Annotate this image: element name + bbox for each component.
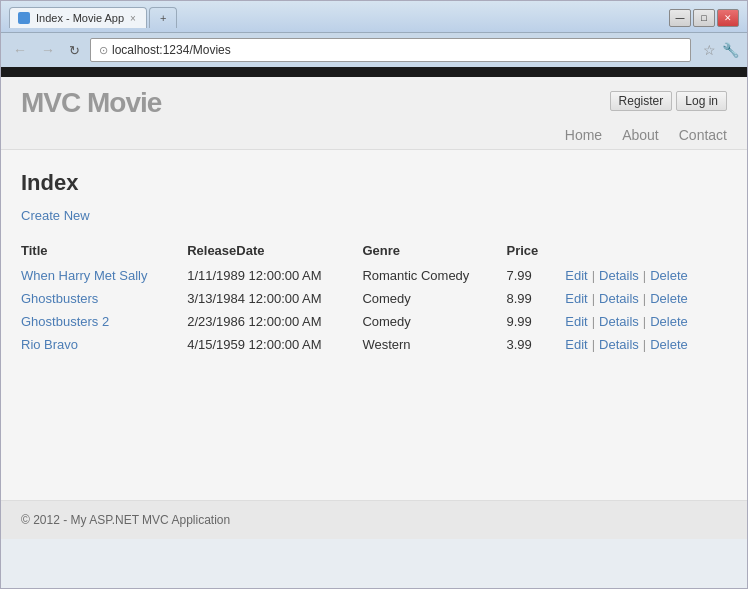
- details-link[interactable]: Details: [599, 314, 639, 329]
- new-tab-button[interactable]: +: [149, 7, 177, 28]
- table-row: When Harry Met Sally 1/11/1989 12:00:00 …: [21, 264, 727, 287]
- details-link[interactable]: Details: [599, 337, 639, 352]
- separator: |: [592, 337, 595, 352]
- edit-link[interactable]: Edit: [565, 268, 587, 283]
- table-row: Rio Bravo 4/15/1959 12:00:00 AM Western …: [21, 333, 727, 356]
- minimize-button[interactable]: —: [669, 9, 691, 27]
- col-title: Title: [21, 237, 187, 264]
- movie-genre-cell: Western: [362, 333, 506, 356]
- movie-price-cell: 7.99: [506, 264, 565, 287]
- movie-actions-cell: Edit | Details | Delete: [565, 333, 727, 356]
- movie-release-cell: 2/23/1986 12:00:00 AM: [187, 310, 362, 333]
- nav-home-link[interactable]: Home: [565, 127, 602, 143]
- address-input-wrapper[interactable]: ⊙ localhost:1234/Movies: [90, 38, 691, 62]
- movie-release-cell: 1/11/1989 12:00:00 AM: [187, 264, 362, 287]
- restore-button[interactable]: □: [693, 9, 715, 27]
- login-button[interactable]: Log in: [676, 91, 727, 111]
- browser-tab[interactable]: Index - Movie App ×: [9, 7, 147, 28]
- movie-price-cell: 8.99: [506, 287, 565, 310]
- separator: |: [643, 337, 646, 352]
- movie-price-cell: 3.99: [506, 333, 565, 356]
- separator: |: [592, 314, 595, 329]
- delete-link[interactable]: Delete: [650, 337, 688, 352]
- footer-copyright: © 2012 - My ASP.NET MVC Application: [21, 513, 230, 527]
- movie-title-cell: Rio Bravo: [21, 333, 187, 356]
- address-bar: ← → ↻ ⊙ localhost:1234/Movies ☆ 🔧: [1, 33, 747, 69]
- close-button[interactable]: ✕: [717, 9, 739, 27]
- movie-genre-cell: Comedy: [362, 310, 506, 333]
- movie-release-cell: 4/15/1959 12:00:00 AM: [187, 333, 362, 356]
- movies-table: Title ReleaseDate Genre Price When Harry…: [21, 237, 727, 356]
- back-icon: ←: [13, 42, 27, 58]
- refresh-icon: ↻: [69, 43, 80, 58]
- details-link[interactable]: Details: [599, 268, 639, 283]
- col-release-date: ReleaseDate: [187, 237, 362, 264]
- edit-link[interactable]: Edit: [565, 337, 587, 352]
- movie-title-link[interactable]: Ghostbusters 2: [21, 314, 109, 329]
- register-button[interactable]: Register: [610, 91, 673, 111]
- main-content: Index Create New Title ReleaseDate Genre…: [1, 150, 747, 500]
- separator: |: [643, 314, 646, 329]
- header-buttons: Register Log in: [610, 91, 727, 111]
- separator: |: [643, 291, 646, 306]
- page-title: Index: [21, 170, 727, 196]
- edit-link[interactable]: Edit: [565, 314, 587, 329]
- delete-link[interactable]: Delete: [650, 314, 688, 329]
- delete-link[interactable]: Delete: [650, 291, 688, 306]
- details-link[interactable]: Details: [599, 291, 639, 306]
- location-icon: ⊙: [99, 44, 108, 57]
- header-top: MVC Movie Register Log in: [21, 87, 727, 119]
- delete-link[interactable]: Delete: [650, 268, 688, 283]
- edit-link[interactable]: Edit: [565, 291, 587, 306]
- movie-title-link[interactable]: Ghostbusters: [21, 291, 98, 306]
- browser-titlebar: Index - Movie App × + — □ ✕: [1, 1, 747, 33]
- movie-title-cell: When Harry Met Sally: [21, 264, 187, 287]
- tab-bar: Index - Movie App × +: [9, 7, 177, 28]
- site-footer: © 2012 - My ASP.NET MVC Application: [1, 500, 747, 539]
- movie-title-link[interactable]: When Harry Met Sally: [21, 268, 147, 283]
- back-button[interactable]: ←: [9, 40, 31, 60]
- tools-icon[interactable]: 🔧: [722, 42, 739, 58]
- table-row: Ghostbusters 2 2/23/1986 12:00:00 AM Com…: [21, 310, 727, 333]
- black-banner: [1, 69, 747, 77]
- movie-title-link[interactable]: Rio Bravo: [21, 337, 78, 352]
- nav-about-link[interactable]: About: [622, 127, 659, 143]
- movie-genre-cell: Comedy: [362, 287, 506, 310]
- movie-genre-cell: Romantic Comedy: [362, 264, 506, 287]
- tab-title: Index - Movie App: [36, 12, 124, 24]
- forward-button[interactable]: →: [37, 40, 59, 60]
- create-new-link[interactable]: Create New: [21, 208, 90, 223]
- separator: |: [643, 268, 646, 283]
- table-row: Ghostbusters 3/13/1984 12:00:00 AM Comed…: [21, 287, 727, 310]
- forward-icon: →: [41, 42, 55, 58]
- separator: |: [592, 268, 595, 283]
- window-controls: — □ ✕: [669, 9, 739, 27]
- movie-actions-cell: Edit | Details | Delete: [565, 264, 727, 287]
- movie-actions-cell: Edit | Details | Delete: [565, 310, 727, 333]
- nav-menu: Home About Contact: [21, 119, 727, 149]
- movie-price-cell: 9.99: [506, 310, 565, 333]
- movie-release-cell: 3/13/1984 12:00:00 AM: [187, 287, 362, 310]
- col-price: Price: [506, 237, 565, 264]
- nav-contact-link[interactable]: Contact: [679, 127, 727, 143]
- movie-title-cell: Ghostbusters: [21, 287, 187, 310]
- col-actions: [565, 237, 727, 264]
- movie-title-cell: Ghostbusters 2: [21, 310, 187, 333]
- site-header: MVC Movie Register Log in Home About Con…: [1, 77, 747, 150]
- tab-favicon-icon: [18, 12, 30, 24]
- bookmark-icon[interactable]: ☆: [703, 42, 716, 58]
- table-header-row: Title ReleaseDate Genre Price: [21, 237, 727, 264]
- movie-actions-cell: Edit | Details | Delete: [565, 287, 727, 310]
- address-text: localhost:1234/Movies: [112, 43, 682, 57]
- site-title: MVC Movie: [21, 87, 161, 119]
- refresh-button[interactable]: ↻: [65, 41, 84, 60]
- col-genre: Genre: [362, 237, 506, 264]
- separator: |: [592, 291, 595, 306]
- tab-close-button[interactable]: ×: [130, 13, 136, 24]
